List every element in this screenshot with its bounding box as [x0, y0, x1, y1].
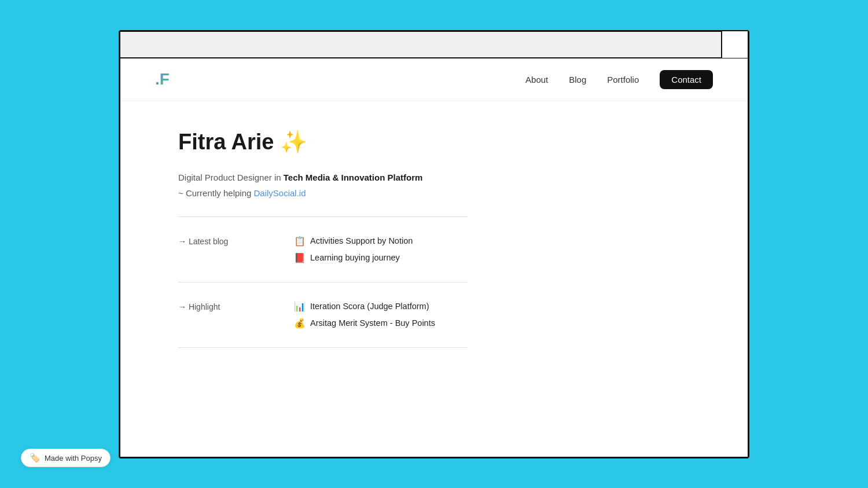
blog-item-2-icon: 📕 — [294, 252, 306, 263]
nav-portfolio[interactable]: Portfolio — [607, 75, 639, 85]
highlight-item-1[interactable]: 📊 Iteration Scora (Judge Platform) — [294, 301, 435, 312]
hero-currently: ~ Currently helping DailySocial.id — [178, 188, 583, 198]
highlight-item-2-icon: 💰 — [294, 318, 306, 329]
blog-item-1-icon: 📋 — [294, 236, 306, 247]
logo-dot: . — [155, 70, 160, 88]
nav-links: About Blog Portfolio Contact — [525, 70, 713, 89]
blog-item-2-text: Learning buying journey — [310, 253, 400, 262]
site-logo[interactable]: .F — [155, 70, 170, 89]
divider-1 — [178, 217, 468, 217]
nav-blog[interactable]: Blog — [569, 75, 586, 85]
popsy-icon: 🏷️ — [30, 453, 41, 463]
blog-item-2[interactable]: 📕 Learning buying journey — [294, 252, 413, 263]
blog-item-1-text: Activities Support by Notion — [310, 236, 413, 245]
highlight-items: 📊 Iteration Scora (Judge Platform) 💰 Ars… — [294, 301, 435, 329]
highlight-label: → Highlight — [178, 301, 248, 311]
popsy-label: Made with Popsy — [45, 454, 102, 463]
blog-item-1[interactable]: 📋 Activities Support by Notion — [294, 236, 413, 247]
highlight-item-1-text: Iteration Scora (Judge Platform) — [310, 302, 429, 311]
latest-blog-label: → Latest blog — [178, 236, 248, 246]
currently-prefix: ~ Currently helping — [178, 188, 254, 198]
subtitle-bold: Tech Media & Innovation Platform — [284, 173, 423, 182]
subtitle-text: Digital Product Designer in — [178, 173, 284, 182]
nav-about[interactable]: About — [525, 75, 548, 85]
divider-2 — [178, 282, 468, 282]
latest-blog-section: → Latest blog 📋 Activities Support by No… — [178, 236, 583, 263]
toolbar-button[interactable] — [721, 31, 748, 58]
currently-link[interactable]: DailySocial.id — [254, 188, 306, 198]
navbar: .F About Blog Portfolio Contact — [120, 58, 748, 101]
main-content: Fitra Arie ✨ Digital Product Designer in… — [120, 101, 641, 401]
popsy-badge[interactable]: 🏷️ Made with Popsy — [21, 449, 111, 467]
hero-name: Fitra Arie ✨ — [178, 129, 583, 155]
contact-button[interactable]: Contact — [660, 70, 713, 89]
highlight-item-1-icon: 📊 — [294, 301, 306, 312]
browser-toolbar — [120, 32, 748, 58]
latest-blog-items: 📋 Activities Support by Notion 📕 Learnin… — [294, 236, 413, 263]
highlight-item-2-text: Arsitag Merit System - Buy Points — [310, 318, 435, 328]
divider-3 — [178, 347, 468, 348]
page-content: .F About Blog Portfolio Contact Fitra Ar… — [120, 58, 748, 457]
highlight-section: → Highlight 📊 Iteration Scora (Judge Pla… — [178, 301, 583, 329]
browser-window: .F About Blog Portfolio Contact Fitra Ar… — [119, 30, 749, 458]
logo-letter: F — [160, 70, 170, 88]
hero-subtitle: Digital Product Designer in Tech Media &… — [178, 171, 583, 185]
highlight-item-2[interactable]: 💰 Arsitag Merit System - Buy Points — [294, 318, 435, 329]
